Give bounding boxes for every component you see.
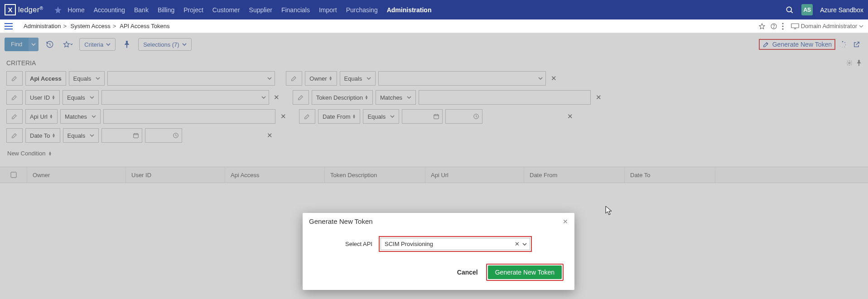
select-api-dropdown[interactable]: SCIM Provisioning ✕ [381,238,530,250]
remove-condition-icon[interactable]: ✕ [272,93,282,101]
criteria-value-input[interactable] [378,71,546,86]
role-selector[interactable]: Domain Administrator [791,23,863,29]
edit-condition-icon[interactable] [6,90,23,105]
edit-condition-icon[interactable] [6,71,23,86]
star-outline-icon[interactable] [758,23,766,30]
criteria-date-input[interactable] [402,109,443,124]
criteria-field-label[interactable]: User ID▲▼ [25,90,60,105]
criteria-value-input[interactable] [101,90,269,105]
criteria-date-from: Date From▲▼ Equals ✕ [299,109,575,124]
nav-import[interactable]: Import [319,6,337,14]
criteria-time-input[interactable] [145,128,182,143]
crumb-system-access[interactable]: System Access [71,23,111,29]
find-button[interactable]: Find [5,38,39,51]
clear-icon[interactable]: ✕ [515,241,520,247]
edit-condition-icon[interactable] [6,128,23,143]
col-date-to[interactable]: Date To [625,167,715,183]
monitor-icon [791,23,799,29]
generate-new-token-button[interactable]: Generate New Token [488,265,562,279]
find-button-label: Find [5,38,29,51]
criteria-field-label[interactable]: Date From▲▼ [318,109,360,124]
col-owner[interactable]: Owner [27,167,126,183]
open-external-icon[interactable] [850,38,863,51]
criteria-field-label[interactable]: Date To▲▼ [25,128,60,143]
criteria-time-input[interactable] [445,109,482,124]
chevron-down-icon [106,42,111,47]
criteria-operator[interactable]: Matches [376,90,416,105]
search-icon[interactable] [785,5,794,14]
nav-financials[interactable]: Financials [281,6,310,14]
nav-purchasing[interactable]: Purchasing [346,6,378,14]
more-vertical-icon[interactable] [782,23,784,30]
criteria-button[interactable]: Criteria [79,38,116,51]
svg-point-4 [782,23,783,24]
col-token-description[interactable]: Token Description [325,167,425,183]
select-all-checkbox[interactable] [0,167,27,183]
nav-accounting[interactable]: Accounting [94,6,125,14]
account-name[interactable]: Azure Sandbox [820,6,863,14]
criteria-value-input[interactable] [107,71,275,86]
col-user-id[interactable]: User ID [126,167,225,183]
pin-icon[interactable] [120,38,134,51]
criteria-value-input[interactable] [419,90,591,105]
hamburger-menu-icon[interactable] [5,23,13,29]
nav-supplier[interactable]: Supplier [249,6,272,14]
selections-button[interactable]: Selections (7) [138,38,191,51]
nav-customer[interactable]: Customer [212,6,240,14]
criteria-field-label[interactable]: Token Description▲▼ [312,90,373,105]
remove-condition-icon[interactable]: ✕ [265,131,275,140]
col-date-from[interactable]: Date From [524,167,625,183]
criteria-field-label[interactable]: Api Url▲▼ [25,109,58,124]
help-icon[interactable] [770,23,777,30]
find-dropdown-caret[interactable] [29,38,39,51]
nav-administration[interactable]: Administration [387,6,432,14]
criteria-operator[interactable]: Matches [60,109,101,124]
remove-condition-icon[interactable]: ✕ [593,93,603,101]
crumb-api-tokens[interactable]: API Access Tokens [120,23,169,29]
edit-condition-icon[interactable] [286,71,302,86]
remove-condition-icon[interactable]: ✕ [565,112,575,121]
svg-point-10 [845,44,846,45]
nav-home[interactable]: Home [68,6,84,14]
calendar-icon [433,113,439,120]
criteria-operator[interactable]: Equals [69,71,105,86]
criteria-operator[interactable]: Equals [63,90,99,105]
remove-condition-icon[interactable]: ✕ [278,112,288,121]
criteria-date-input[interactable] [101,128,142,143]
nav-bank[interactable]: Bank [134,6,149,14]
star-dropdown-icon[interactable] [61,38,75,51]
avatar[interactable]: AS [801,4,813,15]
col-api-url[interactable]: Api Url [425,167,524,183]
nav-project[interactable]: Project [183,6,203,14]
remove-condition-icon[interactable]: ✕ [549,74,559,82]
criteria-value-input[interactable] [103,109,275,124]
dialog-title: Generate New Token [309,217,373,225]
criteria-operator[interactable]: Equals [63,128,99,143]
criteria-operator[interactable]: Equals [363,109,399,124]
generate-button-highlight: Generate New Token [486,264,564,281]
new-condition-button[interactable]: New Condition ▲▼ [6,147,53,159]
criteria-api-access: Api Access Equals [6,71,275,86]
close-icon[interactable]: ✕ [563,218,568,225]
edit-condition-icon[interactable] [299,109,315,124]
chevron-down-icon [267,76,272,81]
criteria-owner: Owner▲▼ Equals ✕ [286,71,559,86]
brand[interactable]: X ledger® [5,4,43,15]
pin-icon[interactable] [856,60,862,66]
svg-point-9 [844,42,845,43]
edit-condition-icon[interactable] [6,109,23,124]
sort-icon: ▲▼ [329,76,333,81]
nav-billing[interactable]: Billing [158,6,174,14]
favorite-star-icon[interactable] [54,6,62,14]
cancel-button[interactable]: Cancel [457,269,478,276]
edit-condition-icon[interactable] [293,90,309,105]
criteria-field-label[interactable]: Owner▲▼ [305,71,337,86]
criteria-field-label[interactable]: Api Access [25,71,66,86]
gear-icon[interactable] [846,60,853,66]
crumb-administration[interactable]: Administration [24,23,61,29]
col-api-access[interactable]: Api Access [225,167,325,183]
criteria-button-label: Criteria [84,41,103,48]
generate-new-token-link[interactable]: Generate New Token [759,39,835,50]
history-icon[interactable] [43,38,57,51]
criteria-operator[interactable]: Equals [340,71,376,86]
